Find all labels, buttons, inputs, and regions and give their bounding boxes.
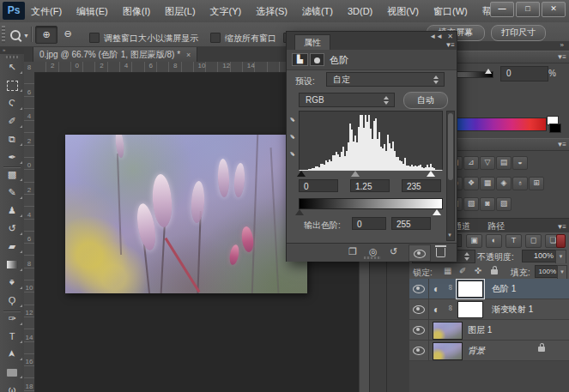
eye-icon[interactable] <box>413 326 425 335</box>
gray-point-eyedropper-icon[interactable]: ✒ <box>288 131 298 142</box>
document-tab[interactable]: 0.jpg @ 66.7% (色阶 1, 图层蒙版/8) *× <box>33 46 197 63</box>
collapse-panel-icon[interactable]: ◄◄ <box>429 33 443 40</box>
menu-item[interactable]: 文字(Y) <box>210 5 242 18</box>
adjustment-icon[interactable]: ▽ <box>480 156 495 170</box>
shape-layer-filter-icon[interactable]: ◻ <box>525 234 542 248</box>
canvas-image[interactable] <box>65 135 307 293</box>
clip-to-layer-icon[interactable]: ❐ <box>348 246 357 257</box>
layer-thumbnail[interactable] <box>433 322 463 340</box>
path-selection-tool[interactable]: ➤ <box>0 346 24 362</box>
channel-select[interactable]: RGB <box>299 93 395 107</box>
menu-item[interactable]: 文件(F) <box>31 5 62 18</box>
scrollbar-thumb[interactable] <box>448 113 453 180</box>
opacity-dropdown-icon[interactable]: ▼ <box>555 250 566 264</box>
panel-menu-icon[interactable]: ▼≡ <box>556 53 566 61</box>
adjustment-icon[interactable]: ▧ <box>463 197 479 211</box>
maximize-button[interactable]: □ <box>516 2 540 17</box>
black-point-eyedropper-icon[interactable]: ✒ <box>288 114 298 124</box>
black-input-slider[interactable] <box>297 171 306 177</box>
visibility-cell[interactable] <box>409 279 429 299</box>
input-black-field[interactable]: 0 <box>299 179 338 192</box>
layer-mask-thumbnail[interactable] <box>457 301 483 318</box>
black-swatch[interactable] <box>549 124 561 133</box>
scroll-down-icon[interactable]: ▼ <box>446 232 453 238</box>
adjustment-icon[interactable]: ◒ <box>512 156 528 170</box>
adjustment-icon[interactable]: ⊿ <box>463 156 479 170</box>
output-black-field[interactable]: 0 <box>352 217 386 230</box>
zoom-in-button[interactable]: ⊕ <box>35 26 58 44</box>
layer-row-layer1[interactable]: 图层 1 <box>409 320 569 341</box>
menu-item[interactable]: 选择(S) <box>256 5 288 18</box>
tab-properties[interactable]: 属性 <box>294 34 330 51</box>
image-layer-filter-icon[interactable]: ▣ <box>466 234 482 248</box>
layer-name[interactable]: 渐变映射 1 <box>492 304 533 316</box>
layer-name[interactable]: 背景 <box>468 345 485 357</box>
rectangular-marquee-tool[interactable] <box>0 77 24 93</box>
white-input-slider[interactable] <box>427 171 435 177</box>
slider-handle-icon[interactable] <box>485 69 492 74</box>
fill-value-field[interactable]: 100% <box>535 265 559 278</box>
eraser-tool[interactable]: ▰ <box>0 238 24 255</box>
visibility-cell[interactable] <box>409 299 429 319</box>
properties-panel-header[interactable]: 属性 ◄◄ ✕ ▼≡ <box>287 32 457 50</box>
eye-icon[interactable] <box>413 347 425 355</box>
adjustment-icon[interactable]: ▤ <box>496 156 511 170</box>
adjustment-icon[interactable]: ⊞ <box>529 177 544 190</box>
adjustment-icon[interactable]: ◙ <box>480 197 495 211</box>
resize-window-checkbox[interactable]: 调整窗口大小以满屏显示 <box>89 29 198 45</box>
tab-paths[interactable]: 路径 <box>480 219 512 233</box>
lock-pixels-icon[interactable]: ✐ <box>459 266 466 275</box>
output-white-field[interactable]: 255 <box>391 217 431 230</box>
color-value-field[interactable]: 0 <box>500 66 548 81</box>
delete-adjustment-icon[interactable] <box>436 248 445 259</box>
menu-item[interactable]: 窗口(W) <box>433 5 468 18</box>
zoom-out-button[interactable]: ⊖ <box>58 26 78 42</box>
panel-menu-icon[interactable]: ▼≡ <box>556 141 566 148</box>
print-size-button[interactable]: 打印尺寸 <box>491 25 546 41</box>
visibility-cell[interactable] <box>409 341 429 360</box>
type-layer-filter-icon[interactable]: T <box>505 234 522 248</box>
move-tool[interactable]: ↖ <box>0 59 24 75</box>
fill-dropdown-icon[interactable]: ▼ <box>557 265 567 280</box>
eye-icon[interactable] <box>413 305 425 314</box>
mask-badge-icon[interactable] <box>310 53 324 66</box>
eyedropper-tool[interactable]: ✒ <box>0 149 24 166</box>
minimize-button[interactable]: — <box>490 2 514 17</box>
auto-button[interactable]: 自动 <box>403 92 448 109</box>
lock-transparency-icon[interactable]: ▦ <box>444 266 451 275</box>
tab-close-icon[interactable]: × <box>186 51 191 59</box>
visibility-toggle[interactable] <box>409 244 431 262</box>
adjustment-icon[interactable]: ◈ <box>496 177 511 190</box>
layer-row-background[interactable]: 背景 <box>409 341 569 361</box>
panel-menu-icon[interactable]: ▼≡ <box>445 41 454 49</box>
adjustment-icon[interactable]: ❖ <box>463 177 479 190</box>
blur-tool[interactable]: ♠ <box>0 274 24 291</box>
panel-scrollbar[interactable] <box>446 111 455 241</box>
panel-resize-grip[interactable] <box>364 256 381 259</box>
lock-all-icon[interactable] <box>491 267 498 276</box>
menu-item[interactable]: 编辑(E) <box>76 5 108 18</box>
tools-panel-header[interactable]: » <box>0 46 27 54</box>
clone-stamp-tool[interactable]: ♟ <box>0 202 24 219</box>
type-tool[interactable]: T <box>0 329 24 345</box>
adjustment-icon[interactable]: ▨ <box>496 197 511 211</box>
brush-tool[interactable]: ✎ <box>0 184 24 201</box>
quick-selection-tool[interactable]: ✐ <box>0 113 24 130</box>
output-black-slider[interactable] <box>295 209 304 215</box>
preset-select[interactable]: 自定 <box>326 72 445 87</box>
crop-tool[interactable]: ⧉ <box>0 131 24 148</box>
close-button[interactable]: ✕ <box>542 2 566 17</box>
menu-item[interactable]: 图像(I) <box>123 5 150 18</box>
input-gamma-field[interactable]: 1.25 <box>350 179 390 192</box>
adjustment-layer-filter-icon[interactable]: ◐ <box>486 234 502 248</box>
layer-row-levels[interactable]: ◐ ∞ 色阶 1 <box>409 279 569 299</box>
pen-tool[interactable]: ✑ <box>0 311 24 327</box>
zoom-tool-preset[interactable]: ▼ <box>10 28 29 44</box>
gamma-input-slider[interactable] <box>351 171 360 177</box>
zoom-all-windows-checkbox[interactable]: 缩放所有窗口 <box>210 29 276 45</box>
shape-tool[interactable] <box>0 364 24 380</box>
layer-row-gradient-map[interactable]: ◐ ∞ 渐变映射 1 <box>409 299 569 320</box>
reset-icon[interactable]: ↺ <box>390 246 397 257</box>
menu-item[interactable]: 视图(V) <box>387 5 419 18</box>
panel-menu-icon[interactable]: ▼≡ <box>556 223 566 231</box>
